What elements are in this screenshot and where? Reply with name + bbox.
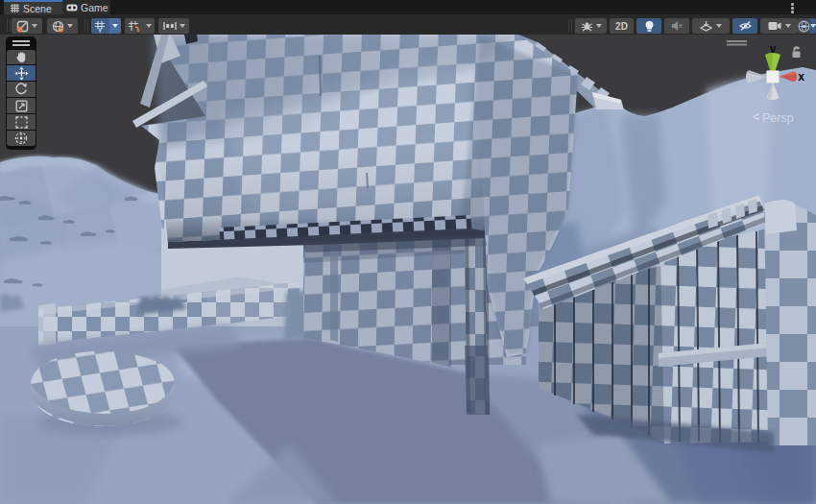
svg-text:x: x: [798, 70, 804, 84]
svg-text:Persp: Persp: [762, 111, 794, 125]
svg-text:Y: Y: [98, 26, 103, 33]
